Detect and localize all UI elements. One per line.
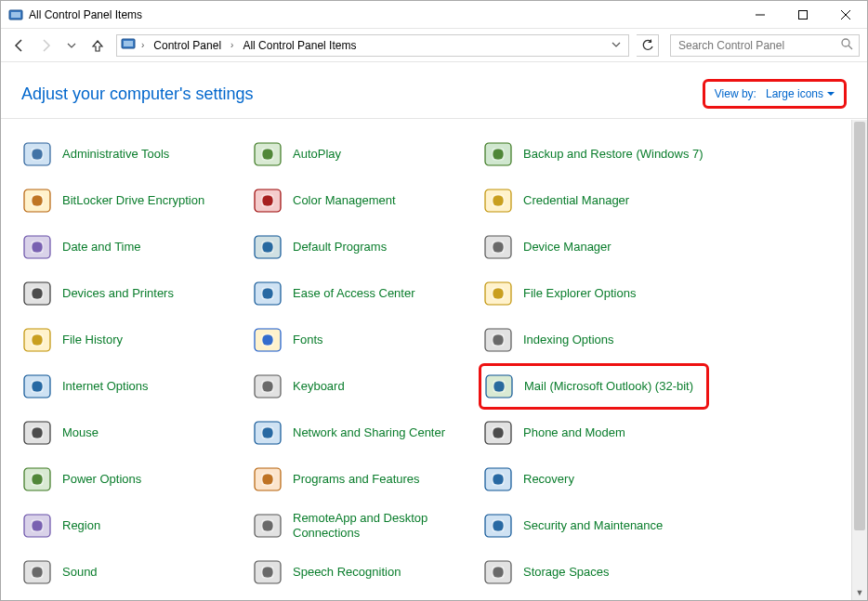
remoteapp-icon xyxy=(252,510,283,542)
search-input[interactable] xyxy=(677,38,840,53)
region-icon xyxy=(21,510,53,542)
control-panel-item[interactable]: Storage Spaces xyxy=(479,549,709,595)
svg-point-53 xyxy=(493,334,504,346)
content-area: Administrative ToolsAutoPlayBackup and R… xyxy=(1,120,867,600)
control-panel-item[interactable]: File Explorer Options xyxy=(479,270,709,317)
breadcrumb-control-panel[interactable]: Control Panel xyxy=(150,39,225,52)
item-label: Programs and Features xyxy=(293,472,420,487)
date-time-icon xyxy=(21,231,53,263)
svg-point-71 xyxy=(493,427,504,438)
svg-point-62 xyxy=(493,381,505,392)
control-panel-item[interactable]: BitLocker Drive Encryption xyxy=(18,177,248,224)
item-label: RemoteApp and Desktop Connections xyxy=(293,511,475,542)
control-panel-item[interactable]: Sound xyxy=(18,549,248,595)
control-panel-item[interactable]: Network and Sharing Center xyxy=(248,410,479,456)
item-label: Mail (Microsoft Outlook) (32-bit) xyxy=(524,379,693,394)
credential-mgr-icon xyxy=(482,185,514,216)
search-box[interactable] xyxy=(670,34,860,57)
svg-point-56 xyxy=(32,381,43,392)
svg-point-47 xyxy=(32,334,43,346)
item-label: Date and Time xyxy=(62,240,141,255)
svg-point-32 xyxy=(262,242,273,253)
control-panel-item[interactable]: Phone and Modem xyxy=(479,410,709,456)
svg-point-95 xyxy=(262,567,273,578)
breadcrumb-all-items[interactable]: All Control Panel Items xyxy=(239,39,360,52)
control-panel-item[interactable]: Device Manager xyxy=(479,224,709,270)
control-panel-item[interactable]: Power Options xyxy=(18,456,248,503)
item-label: Fonts xyxy=(293,333,323,347)
control-panel-item[interactable]: Administrative Tools xyxy=(18,131,248,177)
search-icon xyxy=(840,37,853,53)
close-button[interactable] xyxy=(824,1,867,29)
control-panel-item[interactable]: Devices and Printers xyxy=(18,270,248,317)
control-panel-item[interactable]: Ease of Access Center xyxy=(248,270,479,317)
control-panel-item[interactable]: RemoteApp and Desktop Connections xyxy=(248,503,479,549)
scroll-down-button[interactable]: ▼ xyxy=(852,584,867,600)
view-by-label: View by: xyxy=(715,87,756,100)
devices-printers-icon xyxy=(21,278,53,309)
item-label: Devices and Printers xyxy=(62,286,174,301)
file-explorer-opts-icon xyxy=(482,278,514,309)
control-panel-item[interactable]: Color Management xyxy=(248,177,479,224)
back-button[interactable] xyxy=(8,34,31,57)
sound-icon xyxy=(21,556,53,588)
chevron-right-icon[interactable]: › xyxy=(229,40,235,50)
control-panel-item[interactable]: Indexing Options xyxy=(479,317,709,363)
page-title: Adjust your computer's settings xyxy=(21,85,254,104)
address-dropdown-button[interactable] xyxy=(608,39,625,52)
refresh-button[interactable] xyxy=(637,34,659,57)
keyboard-icon xyxy=(252,371,283,402)
backup-restore-icon xyxy=(482,138,514,170)
control-panel-item[interactable]: Security and Maintenance xyxy=(479,503,709,549)
item-label: Mouse xyxy=(62,425,99,440)
control-panel-item[interactable]: Region xyxy=(18,503,248,549)
control-panel-item[interactable]: Default Programs xyxy=(248,224,479,270)
address-bar[interactable]: › Control Panel › All Control Panel Item… xyxy=(116,34,629,57)
item-label: Storage Spaces xyxy=(523,565,610,580)
view-by-dropdown[interactable]: Large icons xyxy=(766,87,835,100)
control-panel-item[interactable]: AutoPlay xyxy=(248,131,479,177)
item-label: Default Programs xyxy=(293,240,387,255)
control-panel-item[interactable]: Credential Manager xyxy=(479,177,709,224)
control-panel-item[interactable]: Keyboard xyxy=(248,363,479,410)
control-panel-item[interactable]: Date and Time xyxy=(18,224,248,270)
file-history-icon xyxy=(21,324,53,356)
minimize-button[interactable] xyxy=(739,1,782,29)
storage-spaces-icon xyxy=(482,556,514,588)
item-label: Credential Manager xyxy=(523,193,629,208)
up-button[interactable] xyxy=(86,34,109,57)
mail-icon xyxy=(483,371,515,402)
svg-point-50 xyxy=(262,334,273,346)
svg-point-89 xyxy=(493,520,504,531)
item-label: AutoPlay xyxy=(293,147,341,162)
svg-line-9 xyxy=(848,46,852,49)
svg-point-44 xyxy=(493,288,504,299)
forward-button[interactable] xyxy=(34,34,57,57)
recent-locations-button[interactable] xyxy=(60,34,83,57)
control-panel-item[interactable]: Backup and Restore (Windows 7) xyxy=(479,131,709,177)
control-panel-item[interactable]: Recovery xyxy=(479,456,709,503)
svg-point-38 xyxy=(32,288,43,299)
svg-point-14 xyxy=(262,149,273,160)
chevron-down-icon xyxy=(827,90,835,98)
svg-point-26 xyxy=(493,195,504,206)
control-panel-item[interactable]: Fonts xyxy=(248,317,479,363)
control-panel-item[interactable]: Speech Recognition xyxy=(248,549,479,595)
control-panel-item[interactable]: Internet Options xyxy=(18,363,248,410)
item-label: File History xyxy=(62,333,123,347)
control-panel-item[interactable]: File History xyxy=(18,317,248,363)
vertical-scrollbar[interactable]: ▲ ▼ xyxy=(851,120,867,600)
control-panel-item[interactable]: Mouse xyxy=(18,410,248,456)
network-sharing-icon xyxy=(252,417,283,449)
scrollbar-thumb[interactable] xyxy=(854,122,865,530)
control-panel-item[interactable]: Programs and Features xyxy=(248,456,479,503)
mouse-icon xyxy=(21,417,53,449)
control-panel-item[interactable]: Mail (Microsoft Outlook) (32-bit) xyxy=(479,363,709,410)
svg-point-68 xyxy=(262,427,273,438)
maximize-button[interactable] xyxy=(782,1,824,29)
svg-point-77 xyxy=(262,474,273,485)
svg-point-35 xyxy=(493,242,504,253)
chevron-right-icon[interactable]: › xyxy=(139,40,146,50)
item-label: Recovery xyxy=(523,472,574,487)
svg-point-80 xyxy=(493,474,504,485)
